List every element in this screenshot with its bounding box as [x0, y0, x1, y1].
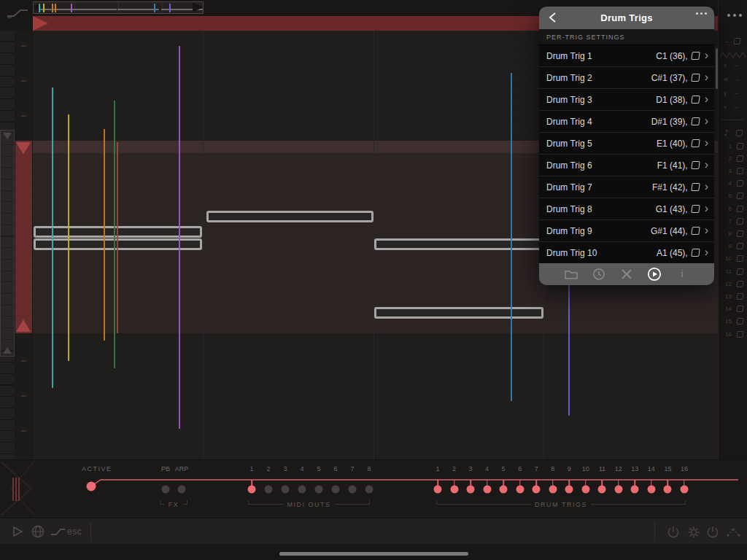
- info-icon[interactable]: i: [675, 267, 689, 281]
- playhead-marker[interactable]: [33, 16, 48, 31]
- sidebar-trig-1[interactable]: 1: [719, 140, 747, 152]
- sidebar-trig-8[interactable]: 8: [719, 228, 747, 239]
- history-icon[interactable]: [592, 267, 606, 281]
- range-handle-bottom[interactable]: [3, 347, 12, 354]
- overflow-menu-button[interactable]: [727, 14, 742, 17]
- horizontal-scrollbar[interactable]: [279, 552, 468, 556]
- sidebar-trig-12[interactable]: 12: [719, 278, 747, 289]
- vertical-loop-ruler[interactable]: [15, 31, 32, 459]
- play-outline-icon[interactable]: [12, 526, 23, 537]
- minimap-right-handle[interactable]: [193, 2, 203, 12]
- lane-checkbox[interactable]: [736, 331, 743, 338]
- esc-button[interactable]: esc: [67, 526, 82, 537]
- drum-dot-15[interactable]: [664, 486, 672, 494]
- drum-dot-1[interactable]: [434, 486, 442, 494]
- lane-checkbox[interactable]: [736, 143, 743, 149]
- drum-dot-8[interactable]: [549, 486, 557, 494]
- drum-trig-row-4[interactable]: Drum Trig 4D#1 (39),›: [539, 111, 714, 133]
- drum-dot-5[interactable]: [500, 486, 508, 494]
- power-icon-1[interactable]: [666, 525, 681, 540]
- folder-icon[interactable]: [564, 267, 578, 281]
- timeline-minimap[interactable]: [33, 1, 204, 14]
- drum-trig-row-9[interactable]: Drum Trig 9G#1 (44),›: [539, 220, 714, 242]
- power-icon-2[interactable]: [705, 525, 720, 540]
- sidebar-trig-15[interactable]: 15: [719, 316, 747, 327]
- drum-dot-7[interactable]: [533, 486, 541, 494]
- drum-trig-row-8[interactable]: Drum Trig 8G1 (43),›: [539, 198, 714, 220]
- drum-dot-12[interactable]: [614, 486, 622, 494]
- drum-dot-10[interactable]: [581, 486, 589, 494]
- midi-dot-4[interactable]: [298, 486, 306, 494]
- lane-checkbox[interactable]: [736, 281, 743, 287]
- sidebar-trig-7[interactable]: 7: [719, 215, 747, 227]
- gear-icon[interactable]: [686, 525, 701, 540]
- drum-dot-14[interactable]: [647, 486, 655, 494]
- drum-trig-row-6[interactable]: Drum Trig 6F1 (41),›: [539, 155, 714, 176]
- sidebar-top-row[interactable]: –: [719, 35, 747, 47]
- range-handle-top[interactable]: [3, 133, 12, 139]
- midi-dot-8[interactable]: [365, 486, 374, 494]
- drum-range-handle-bottom[interactable]: [16, 319, 31, 332]
- keyboard-range-selector[interactable]: [0, 130, 15, 357]
- lane-checkbox[interactable]: [734, 38, 741, 44]
- sidebar-lane-v[interactable]: v–: [719, 101, 747, 112]
- lane-checkbox[interactable]: [736, 230, 743, 237]
- play-circle-icon[interactable]: [647, 267, 662, 281]
- sidebar-note-row[interactable]: ♪: [719, 127, 747, 139]
- drum-trig-range[interactable]: [15, 141, 32, 333]
- lane-checkbox[interactable]: [736, 218, 743, 225]
- midi-dot-7[interactable]: [349, 486, 357, 494]
- sidebar-trig-4[interactable]: 4: [719, 178, 747, 190]
- piano-keys-strip[interactable]: [0, 31, 15, 459]
- lane-checkbox[interactable]: [736, 155, 743, 162]
- sidebar-lane-w[interactable]: w–: [719, 73, 747, 85]
- midi-note-5[interactable]: [374, 307, 543, 319]
- midi-note-3[interactable]: [206, 211, 374, 222]
- sidebar-trig-3[interactable]: 3: [719, 165, 747, 176]
- drum-trig-row-1[interactable]: Drum Trig 1C1 (36),›: [539, 45, 714, 67]
- lane-checkbox[interactable]: [736, 318, 743, 324]
- sidebar-trig-6[interactable]: 6: [719, 203, 747, 214]
- drum-dot-11[interactable]: [598, 486, 606, 494]
- midi-note-4[interactable]: [374, 238, 543, 250]
- panel-menu-button[interactable]: [696, 12, 707, 15]
- drum-dot-3[interactable]: [467, 486, 475, 494]
- sidebar-trig-2[interactable]: 2: [719, 152, 747, 164]
- sidebar-lane-x[interactable]: x–: [719, 59, 747, 71]
- lane-checkbox[interactable]: [736, 293, 743, 300]
- midi-dot-3[interactable]: [282, 486, 290, 494]
- drum-dot-2[interactable]: [450, 486, 458, 494]
- lane-checkbox[interactable]: [736, 255, 743, 262]
- midi-dot-2[interactable]: [265, 486, 273, 494]
- midi-dot-6[interactable]: [332, 486, 340, 494]
- slew-ramp-icon-small[interactable]: [50, 528, 66, 537]
- drum-trig-row-3[interactable]: Drum Trig 3D1 (38),›: [539, 89, 714, 111]
- drum-trig-row-2[interactable]: Drum Trig 2C#1 (37),›: [539, 67, 714, 89]
- arp-dot[interactable]: [178, 486, 186, 494]
- lane-checkbox[interactable]: [736, 206, 743, 212]
- drum-dot-13[interactable]: [631, 486, 639, 494]
- sidebar-trig-16[interactable]: 16: [719, 328, 747, 340]
- lane-checkbox[interactable]: [736, 306, 743, 312]
- close-icon[interactable]: [619, 267, 634, 281]
- globe-icon[interactable]: [31, 525, 44, 538]
- active-source-dot[interactable]: [87, 482, 96, 491]
- sidebar-trig-9[interactable]: 9: [719, 241, 747, 252]
- drum-trig-row-10[interactable]: Drum Trig 10A1 (45),›: [539, 242, 714, 264]
- midi-dot-1[interactable]: [248, 486, 256, 494]
- lane-checkbox[interactable]: [736, 180, 743, 187]
- drum-dot-6[interactable]: [516, 486, 524, 494]
- sidebar-trig-14[interactable]: 14: [719, 303, 747, 315]
- midi-dot-5[interactable]: [315, 486, 323, 494]
- slew-ramp-icon[interactable]: [6, 8, 31, 18]
- drum-dot-16[interactable]: [680, 486, 688, 494]
- lane-checkbox[interactable]: [736, 243, 743, 249]
- sidebar-trig-10[interactable]: 10: [719, 253, 747, 265]
- drum-trig-row-5[interactable]: Drum Trig 5E1 (40),›: [539, 133, 714, 155]
- drum-trig-row-7[interactable]: Drum Trig 7F#1 (42),›: [539, 176, 714, 198]
- sidebar-trig-5[interactable]: 5: [719, 190, 747, 202]
- lane-checkbox[interactable]: [735, 130, 743, 136]
- vertical-scrollbar-thumb[interactable]: [716, 48, 718, 89]
- drum-dot-9[interactable]: [565, 486, 573, 494]
- lane-checkbox[interactable]: [736, 168, 743, 174]
